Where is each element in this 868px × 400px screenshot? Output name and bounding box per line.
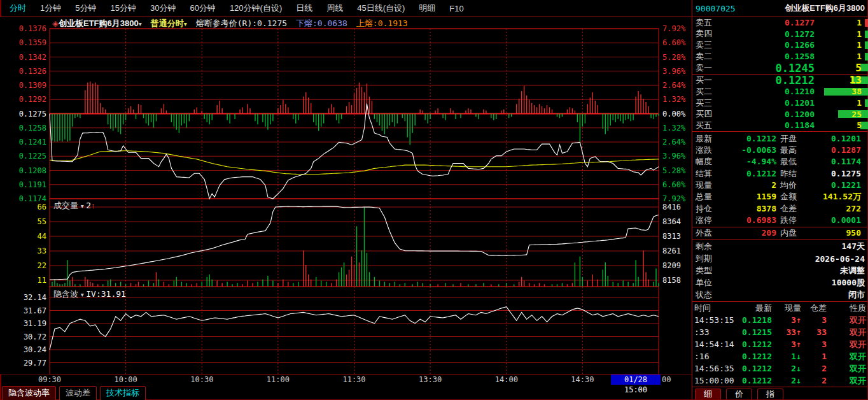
current-volume-value: 2 bbox=[86, 201, 91, 210]
menu-item-8[interactable]: 日线 bbox=[289, 3, 319, 14]
iv-current-value: IV:31.91 bbox=[86, 289, 126, 299]
menu-item-9[interactable]: 周线 bbox=[319, 3, 350, 14]
info-label: 外盘 bbox=[696, 227, 718, 239]
ob-price: 0.1266 bbox=[722, 40, 825, 50]
ob-label: 买四 bbox=[692, 108, 722, 120]
iv-indicator-selector[interactable]: 隐含波 bbox=[53, 289, 78, 299]
lower-fuse-price: 下熔:0.0638 bbox=[296, 18, 347, 29]
order-book: 卖五0.12771卖四0.12721卖三0.12661卖二0.12581卖一0.… bbox=[692, 17, 868, 131]
detail-tab-3[interactable]: 指 bbox=[757, 389, 783, 400]
info-value: 0.1212 bbox=[718, 133, 780, 145]
menu-item-12[interactable]: F10 bbox=[442, 4, 470, 13]
percent-axis-label: 2.64% bbox=[662, 138, 686, 146]
menu-item-5[interactable]: 30分钟 bbox=[143, 3, 183, 14]
menu-item-1[interactable]: 分时 bbox=[3, 3, 33, 14]
contract-row: 状态闭市 bbox=[696, 289, 865, 301]
ob-qty: 5 bbox=[825, 62, 868, 74]
percent-axis-label: 7.92% bbox=[662, 194, 686, 203]
ob-price: 0.1258 bbox=[722, 52, 825, 61]
info-value: -0.0063 bbox=[718, 145, 780, 156]
indicator-tab-1[interactable]: 隐含波动率 bbox=[2, 386, 56, 400]
bid-level-1[interactable]: 买一0.121213 bbox=[692, 75, 868, 86]
ob-qty: 5 bbox=[825, 120, 868, 130]
info-value: 0.0001 bbox=[803, 215, 865, 226]
ask-level-4[interactable]: 卖四0.12721 bbox=[692, 29, 868, 40]
ask-level-1[interactable]: 卖一0.12455 bbox=[692, 62, 868, 73]
time-label: 11:30 bbox=[342, 375, 365, 384]
info-value: 0.6983 bbox=[718, 215, 780, 226]
menu-item-2[interactable]: 1分钟 bbox=[33, 3, 68, 14]
info-value: 209 bbox=[718, 227, 780, 239]
trade-oi-delta: 3 bbox=[801, 338, 827, 350]
contract-label: 剩余 bbox=[696, 241, 712, 252]
info-label: 现量 bbox=[696, 180, 718, 191]
time-label: 11:00 bbox=[267, 375, 290, 384]
trade-oi-delta: 1 bbox=[801, 350, 827, 362]
info-label: 最新 bbox=[696, 133, 718, 145]
bid-level-5[interactable]: 买五0.11845 bbox=[692, 120, 868, 131]
trade-volume: 3↑ bbox=[772, 314, 801, 326]
menu-item-7[interactable]: 120分钟(自设) bbox=[223, 3, 289, 14]
detail-tab-2[interactable]: 价 bbox=[726, 389, 752, 400]
chevron-down-icon: ▾ bbox=[139, 20, 142, 27]
price-axis-label: 0.1326 bbox=[19, 67, 46, 76]
price-axis-label: 0.1292 bbox=[19, 95, 46, 104]
info-label: 涨跌 bbox=[696, 145, 718, 156]
ob-price: 0.1201 bbox=[722, 98, 825, 108]
percent-axis-label: 0.00% bbox=[662, 110, 686, 118]
trade-col-header: 性质 bbox=[827, 302, 866, 314]
trade-time: :33 bbox=[694, 326, 735, 338]
iv-axis-label: 32.14 bbox=[24, 293, 46, 302]
indicator-tab-3[interactable]: 技术指标 bbox=[100, 386, 146, 400]
contract-row: 到期2026-06-24 bbox=[696, 253, 865, 265]
down-arrow-icon: ↓ bbox=[796, 352, 801, 361]
up-arrow-icon: ↑ bbox=[796, 339, 801, 349]
menu-item-11[interactable]: 明细 bbox=[412, 3, 442, 14]
volume-axis-label: 44 bbox=[38, 232, 46, 241]
info-value: -4.94% bbox=[718, 156, 780, 168]
detail-tabs: 细价指 bbox=[692, 387, 868, 400]
contract-value: 147天 bbox=[842, 241, 865, 252]
ask-level-5[interactable]: 卖五0.12771 bbox=[692, 17, 868, 29]
volume-indicator-selector[interactable]: 成交量 bbox=[53, 201, 78, 210]
ob-qty: 1 bbox=[825, 29, 868, 39]
bid-level-3[interactable]: 买三0.12011 bbox=[692, 97, 868, 109]
info-value: 0.1221 bbox=[803, 180, 865, 191]
info-label: 开盘 bbox=[780, 133, 803, 145]
ask-level-3[interactable]: 卖三0.12661 bbox=[692, 39, 868, 51]
contract-value: 闭市 bbox=[848, 289, 865, 301]
chevron-down-icon: ▾ bbox=[81, 203, 84, 210]
chart-header: ◈创业板ETF购6月3800▾ 普通分时▾ 熔断参考价(R):0.1275 下熔… bbox=[52, 18, 408, 29]
bid-level-2[interactable]: 买二0.121038 bbox=[692, 86, 868, 97]
indicator-tab-2[interactable]: 波动差 bbox=[59, 386, 97, 400]
trade-time: 14:56:35 bbox=[694, 362, 735, 375]
iv-axis-label: 30.24 bbox=[24, 345, 46, 354]
trade-time: :16 bbox=[694, 350, 735, 362]
chevron-down-icon: ▾ bbox=[184, 20, 187, 27]
info-value: 0.1275 bbox=[803, 168, 865, 180]
down-arrow-icon: ↓ bbox=[796, 376, 801, 385]
info-label: 仓差 bbox=[780, 203, 803, 215]
percent-axis-label: 7.92% bbox=[662, 24, 686, 33]
price-axis-label: 0.1309 bbox=[19, 81, 46, 90]
menu-item-3[interactable]: 5分钟 bbox=[68, 3, 103, 14]
ob-label: 卖二 bbox=[692, 51, 722, 62]
info-label: 内盘 bbox=[780, 227, 803, 239]
mode-selector[interactable]: 普通分时▾ bbox=[151, 18, 187, 29]
ob-price: 0.1277 bbox=[722, 18, 825, 27]
menu-item-4[interactable]: 15分钟 bbox=[103, 3, 143, 14]
detail-tab-1[interactable]: 细 bbox=[695, 389, 721, 400]
bid-level-4[interactable]: 买四0.120025 bbox=[692, 108, 868, 120]
menu-item-10[interactable]: 45日线(自设) bbox=[350, 3, 412, 14]
volume-axis-label: 33 bbox=[38, 246, 46, 255]
menu-item-6[interactable]: 60分钟 bbox=[183, 3, 222, 14]
trade-col-header: 现量 bbox=[772, 302, 801, 314]
timeshare-chart[interactable]: 0.13760.13590.13420.13260.13090.12920.12… bbox=[0, 17, 692, 375]
contract-selector[interactable]: ◈创业板ETF购6月3800▾ bbox=[52, 18, 142, 29]
percent-axis-label: 1.32% bbox=[662, 124, 686, 132]
trade-nature: 双开 bbox=[827, 375, 866, 387]
percent-axis-label: 5.28% bbox=[662, 53, 686, 62]
info-label: 总量 bbox=[696, 191, 718, 203]
ob-price: 0.1210 bbox=[722, 87, 825, 96]
ask-level-2[interactable]: 卖二0.12581 bbox=[692, 51, 868, 62]
